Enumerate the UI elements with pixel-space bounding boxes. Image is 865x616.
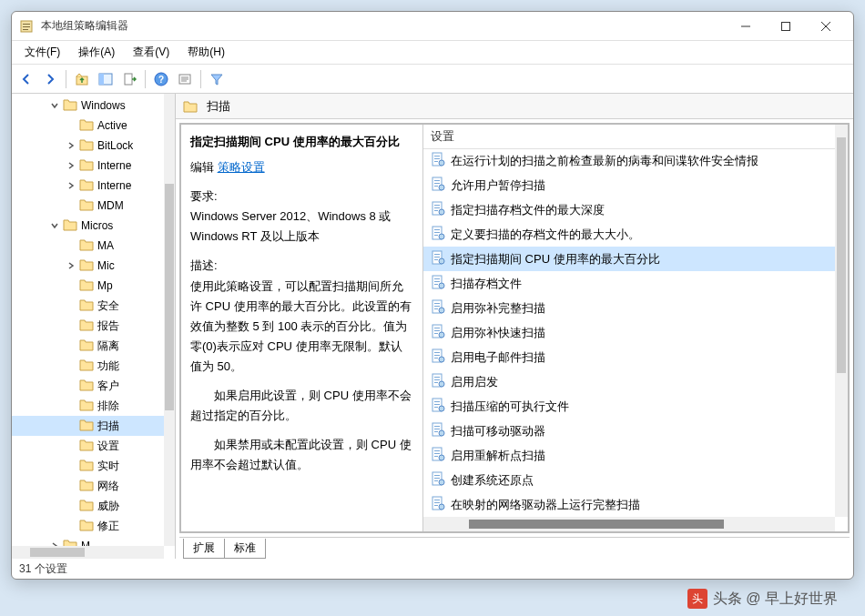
- tree-toggle-icon[interactable]: [65, 520, 77, 532]
- setting-item[interactable]: 扫描可移动驱动器: [423, 419, 835, 443]
- setting-item[interactable]: 指定扫描期间 CPU 使用率的最大百分比: [423, 247, 835, 271]
- tree-label: Micros: [81, 219, 113, 232]
- filter-button[interactable]: [206, 68, 228, 90]
- tree-toggle-icon[interactable]: [65, 319, 77, 332]
- tree-item[interactable]: Mic: [12, 256, 164, 276]
- tree-toggle-icon[interactable]: [65, 359, 77, 372]
- svg-rect-24: [434, 180, 440, 181]
- scrollbar-thumb[interactable]: [30, 548, 85, 557]
- tree-item[interactable]: Windows: [12, 96, 164, 116]
- tree-item[interactable]: 报告: [12, 316, 164, 336]
- tree-toggle-icon[interactable]: [65, 459, 77, 472]
- settings-hscrollbar[interactable]: [423, 517, 835, 531]
- setting-item[interactable]: 启用重解析点扫描: [423, 443, 835, 468]
- svg-point-42: [439, 258, 444, 264]
- menu-action[interactable]: 操作(A): [69, 42, 124, 63]
- tree-hscrollbar[interactable]: [12, 546, 164, 559]
- tree-toggle-icon[interactable]: [48, 99, 61, 112]
- tree-toggle-icon[interactable]: [65, 239, 77, 252]
- up-button[interactable]: [71, 68, 93, 90]
- help-button[interactable]: ?: [150, 68, 172, 90]
- tree-toggle-icon[interactable]: [65, 500, 77, 512]
- tree-item[interactable]: 威胁: [12, 496, 164, 516]
- menu-view[interactable]: 查看(V): [124, 42, 178, 63]
- menu-file[interactable]: 文件(F): [15, 42, 69, 63]
- scrollbar-thumb[interactable]: [837, 137, 846, 373]
- setting-item[interactable]: 启用启发: [423, 369, 835, 394]
- tree-label: 设置: [97, 439, 119, 454]
- titlebar: 本地组策略编辑器: [12, 12, 853, 41]
- tree-toggle-icon[interactable]: [65, 480, 77, 492]
- tree-label: BitLock: [97, 139, 133, 152]
- setting-item[interactable]: 定义要扫描的存档文件的最大大小。: [423, 222, 835, 247]
- policy-icon: [431, 471, 445, 489]
- setting-item[interactable]: 在运行计划的扫描之前检查最新的病毒和间谍软件安全情报: [423, 148, 835, 173]
- tab-extended[interactable]: 扩展: [183, 539, 225, 559]
- show-hide-tree-button[interactable]: [95, 68, 117, 90]
- policy-icon: [431, 496, 445, 513]
- setting-item[interactable]: 指定扫描存档文件的最大深度: [423, 197, 835, 222]
- tree-item[interactable]: Interne: [12, 156, 164, 176]
- tree-toggle-icon[interactable]: [65, 299, 77, 312]
- svg-rect-54: [434, 328, 440, 328]
- tree-toggle-icon[interactable]: [65, 179, 77, 192]
- tree-item[interactable]: MDM: [12, 196, 164, 216]
- scrollbar-thumb[interactable]: [165, 184, 174, 410]
- maximize-button[interactable]: [766, 13, 806, 40]
- svg-rect-10: [99, 74, 104, 85]
- minimize-button[interactable]: [726, 13, 766, 40]
- setting-item[interactable]: 启用电子邮件扫描: [423, 345, 835, 369]
- setting-item[interactable]: 扫描存档文件: [423, 271, 835, 296]
- tree-toggle-icon[interactable]: [65, 259, 77, 272]
- properties-button[interactable]: [174, 68, 196, 90]
- tree-item[interactable]: 客户: [12, 376, 164, 396]
- policy-settings-link[interactable]: 策略设置: [218, 160, 265, 174]
- tree-item[interactable]: Active: [12, 116, 164, 136]
- tree-item[interactable]: Mp: [12, 276, 164, 296]
- tree-item[interactable]: 扫描: [12, 416, 164, 436]
- tree-toggle-icon[interactable]: [65, 419, 77, 432]
- back-button[interactable]: [15, 68, 37, 90]
- setting-item[interactable]: 启用弥补快速扫描: [423, 320, 835, 345]
- settings-column-header[interactable]: 设置: [423, 125, 848, 149]
- tree-toggle-icon[interactable]: [65, 399, 77, 412]
- tree-item[interactable]: MA: [12, 236, 164, 256]
- setting-item[interactable]: 允许用户暂停扫描: [423, 173, 835, 197]
- tree-item[interactable]: 网络: [12, 476, 164, 496]
- tree-toggle-icon[interactable]: [65, 119, 77, 132]
- setting-item[interactable]: 启用弥补完整扫描: [423, 296, 835, 320]
- tree-toggle-icon[interactable]: [65, 199, 77, 212]
- setting-item[interactable]: 在映射的网络驱动器上运行完整扫描: [423, 492, 835, 517]
- tree-item[interactable]: 隔离: [12, 336, 164, 356]
- tree-vscrollbar[interactable]: [164, 94, 175, 546]
- setting-item[interactable]: 扫描压缩的可执行文件: [423, 394, 835, 419]
- tree-item[interactable]: Micros: [12, 216, 164, 236]
- forward-button[interactable]: [39, 68, 61, 90]
- svg-point-67: [439, 381, 444, 387]
- tree-item[interactable]: BitLock: [12, 136, 164, 156]
- tree-toggle-icon[interactable]: [65, 339, 77, 352]
- tree-item[interactable]: 安全: [12, 296, 164, 316]
- tree-toggle-icon[interactable]: [65, 159, 77, 172]
- setting-label: 在运行计划的扫描之前检查最新的病毒和间谍软件安全情报: [451, 153, 758, 169]
- close-button[interactable]: [806, 13, 846, 40]
- export-button[interactable]: [118, 68, 140, 90]
- tree-item[interactable]: 实时: [12, 456, 164, 476]
- setting-item[interactable]: 创建系统还原点: [423, 468, 835, 492]
- svg-rect-45: [434, 281, 440, 282]
- tree-item[interactable]: 功能: [12, 356, 164, 376]
- svg-rect-11: [125, 74, 132, 85]
- tree-item[interactable]: 排除: [12, 396, 164, 416]
- tree-toggle-icon[interactable]: [65, 439, 77, 452]
- tree-item[interactable]: 修正: [12, 516, 164, 536]
- menu-help[interactable]: 帮助(H): [178, 42, 234, 63]
- tab-standard[interactable]: 标准: [224, 539, 266, 559]
- settings-vscrollbar[interactable]: [835, 125, 848, 517]
- tree-toggle-icon[interactable]: [65, 279, 77, 292]
- tree-item[interactable]: 设置: [12, 436, 164, 456]
- tree-item[interactable]: Interne: [12, 176, 164, 196]
- tree-toggle-icon[interactable]: [65, 139, 77, 152]
- tree-toggle-icon[interactable]: [48, 219, 61, 232]
- scrollbar-thumb[interactable]: [469, 520, 724, 529]
- tree-toggle-icon[interactable]: [65, 379, 77, 392]
